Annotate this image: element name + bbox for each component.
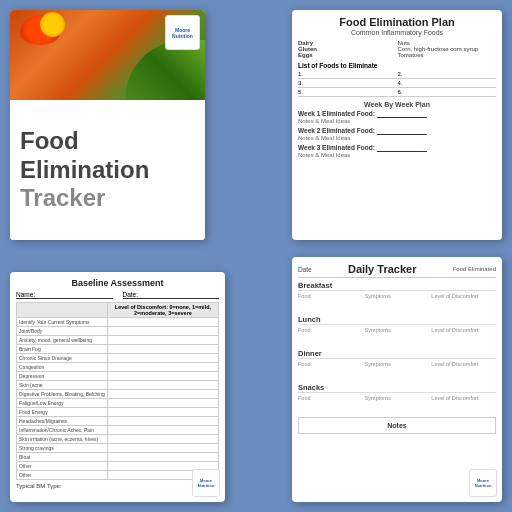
table-row: Bloat	[17, 453, 219, 462]
plan-week-label: Week 3 Eliminated Food: ___________	[298, 144, 496, 152]
meal-col-food: Food	[298, 361, 363, 379]
daily-page: Date Daily Tracker Food Eliminated Break…	[292, 257, 502, 502]
meal-col-food: Food	[298, 327, 363, 345]
baseline-logo: Moore Nutrition	[192, 469, 220, 497]
plan-weeks: Week 1 Eliminated Food: ___________ Note…	[298, 110, 496, 158]
table-row: Anxiety, mood, general wellbeing	[17, 336, 219, 345]
cover-title: Food Elimination Tracker	[20, 127, 195, 213]
meal-col-symptoms: Symptoms	[365, 293, 430, 311]
plan-week-notes: Notes & Meal Ideas	[298, 118, 496, 124]
meal-col-discomfort: Level of Discomfort	[431, 327, 496, 345]
table-row: Congestion	[17, 363, 219, 372]
daily-meal-title: Breakfast	[298, 281, 496, 291]
table-row: Other	[17, 471, 219, 480]
plan-week-label: Week 1 Eliminated Food: ___________	[298, 110, 496, 118]
meal-col-food: Food	[298, 395, 363, 413]
daily-date-label: Date	[298, 266, 312, 273]
plan-week-notes: Notes & Meal Ideas	[298, 135, 496, 141]
baseline-name-row: Name: Date:	[16, 291, 219, 299]
daily-meal-section: Dinner Food Symptoms Level of Discomfort	[298, 349, 496, 379]
daily-meal-title: Dinner	[298, 349, 496, 359]
baseline-col1-header	[17, 303, 108, 318]
daily-meal-cols: Food Symptoms Level of Discomfort	[298, 293, 496, 311]
daily-meal-cols: Food Symptoms Level of Discomfort	[298, 395, 496, 413]
meal-col-discomfort: Level of Discomfort	[431, 395, 496, 413]
table-row: Digestive Problems, Bloating, Belching	[17, 390, 219, 399]
meal-col-discomfort: Level of Discomfort	[431, 293, 496, 311]
daily-header: Date Daily Tracker Food Eliminated	[298, 263, 496, 278]
meal-col-symptoms: Symptoms	[365, 327, 430, 345]
baseline-col2-header: Level of Discomfort: 0=none, 1=mild, 2=m…	[107, 303, 218, 318]
plan-week-title: Week By Week Plan	[298, 101, 496, 108]
table-row: Food Energy	[17, 408, 219, 417]
plan-week-block: Week 3 Eliminated Food: ___________ Note…	[298, 144, 496, 158]
meal-col-symptoms: Symptoms	[365, 395, 430, 413]
plan-list-title: List of Foods to Eliminate	[298, 62, 496, 69]
table-row: Skin (acne	[17, 381, 219, 390]
baseline-footer: Typical BM Type:	[16, 483, 219, 489]
daily-meal-section: Breakfast Food Symptoms Level of Discomf…	[298, 281, 496, 311]
daily-meal-section: Lunch Food Symptoms Level of Discomfort	[298, 315, 496, 345]
daily-meal-section: Snacks Food Symptoms Level of Discomfort	[298, 383, 496, 413]
cover-image: Moore Nutrition	[10, 10, 205, 100]
plan-page: Food Elimination Plan Common Inflammator…	[292, 10, 502, 240]
plan-title: Food Elimination Plan	[298, 16, 496, 28]
plan-week-block: Week 1 Eliminated Food: ___________ Note…	[298, 110, 496, 124]
baseline-page: Baseline Assessment Name: Date: Level of…	[10, 272, 225, 502]
cover-logo: Moore Nutrition	[165, 15, 200, 50]
table-row: Other	[17, 462, 219, 471]
daily-logo: Moore Nutrition	[469, 469, 497, 497]
table-row: Joint/Body	[17, 327, 219, 336]
meal-col-discomfort: Level of Discomfort	[431, 361, 496, 379]
daily-meals-container: Breakfast Food Symptoms Level of Discomf…	[298, 281, 496, 413]
table-row: Fatigue/Low Energy	[17, 399, 219, 408]
plan-foods-grid: DairyGlutenEggs NutsCorn, high-fructose …	[298, 40, 496, 58]
baseline-title: Baseline Assessment	[16, 278, 219, 288]
daily-meal-cols: Food Symptoms Level of Discomfort	[298, 327, 496, 345]
baseline-table: Level of Discomfort: 0=none, 1=mild, 2=m…	[16, 302, 219, 480]
table-row: Strong cravings	[17, 444, 219, 453]
daily-food-eliminated-label: Food Eliminated	[453, 266, 496, 272]
daily-tracker-title: Daily Tracker	[348, 263, 417, 275]
table-row: Depression	[17, 372, 219, 381]
plan-week-label: Week 2 Eliminated Food: ___________	[298, 127, 496, 135]
plan-foods-col2: NutsCorn, high-fructose corn syrupTomato…	[398, 40, 497, 58]
cover-page: Moore Nutrition Food Elimination Tracker	[10, 10, 205, 240]
cover-text-area: Food Elimination Tracker	[10, 100, 205, 240]
daily-meal-title: Lunch	[298, 315, 496, 325]
table-row: Inflammation/Chronic Aches, Pain	[17, 426, 219, 435]
table-row: Brain Fog	[17, 345, 219, 354]
plan-list-section: List of Foods to Eliminate 1.2.3.4.5.6.	[298, 62, 496, 97]
daily-notes-section: Notes	[298, 417, 496, 434]
plan-week-block: Week 2 Eliminated Food: ___________ Note…	[298, 127, 496, 141]
table-row: Skin irritation (acne, eczema, hives)	[17, 435, 219, 444]
plan-subtitle: Common Inflammatory Foods	[298, 29, 496, 36]
plan-list-grid: 1.2.3.4.5.6.	[298, 71, 496, 97]
meal-col-symptoms: Symptoms	[365, 361, 430, 379]
plan-foods-col1: DairyGlutenEggs	[298, 40, 397, 58]
daily-meal-title: Snacks	[298, 383, 496, 393]
meal-col-food: Food	[298, 293, 363, 311]
plan-week-notes: Notes & Meal Ideas	[298, 152, 496, 158]
table-row: Identify Your Current Symptoms	[17, 318, 219, 327]
table-row: Chronic Sinus Drainage	[17, 354, 219, 363]
table-row: Headaches/Migraines	[17, 417, 219, 426]
daily-meal-cols: Food Symptoms Level of Discomfort	[298, 361, 496, 379]
